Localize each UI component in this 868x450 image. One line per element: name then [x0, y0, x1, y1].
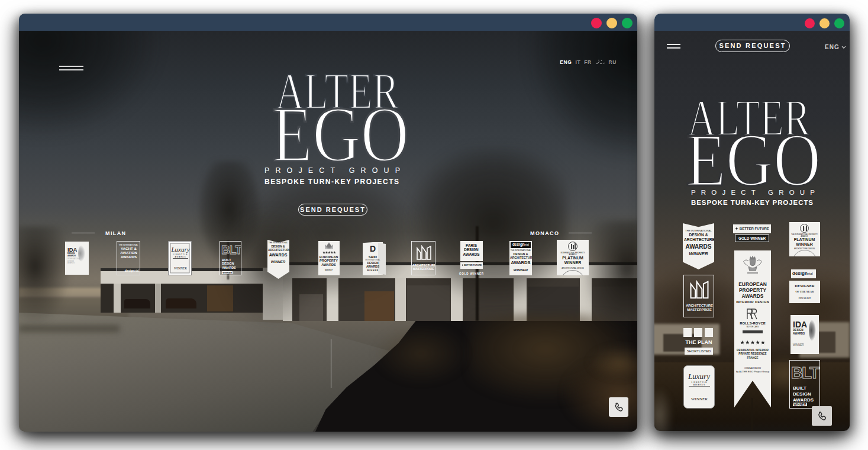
svg-text:BESPOKE TURN-KEY PROJECTS: BESPOKE TURN-KEY PROJECTS	[264, 178, 399, 186]
svg-text:PROJECT GROUP: PROJECT GROUP	[264, 166, 400, 175]
svg-text:BESPOKE TURN-KEY PROJECTS: BESPOKE TURN-KEY PROJECTS	[691, 199, 813, 206]
svg-text:PROJECT GROUP: PROJECT GROUP	[691, 189, 815, 196]
